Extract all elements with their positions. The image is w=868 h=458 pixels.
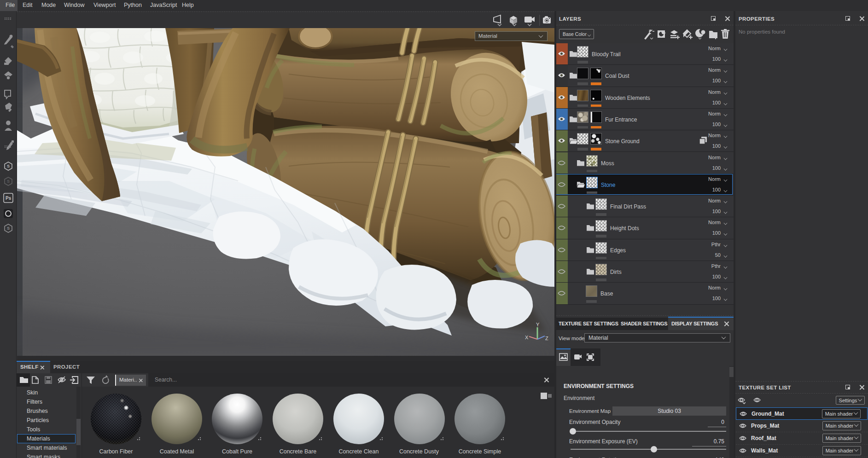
svg-text:Y: Y bbox=[536, 322, 540, 327]
svg-text:Z: Z bbox=[545, 336, 548, 341]
svg-text:S: S bbox=[7, 226, 10, 231]
svg-text:Ps: Ps bbox=[6, 196, 12, 201]
svg-text:S: S bbox=[7, 179, 10, 184]
svg-text:S: S bbox=[7, 164, 10, 168]
svg-text:X: X bbox=[525, 335, 529, 340]
